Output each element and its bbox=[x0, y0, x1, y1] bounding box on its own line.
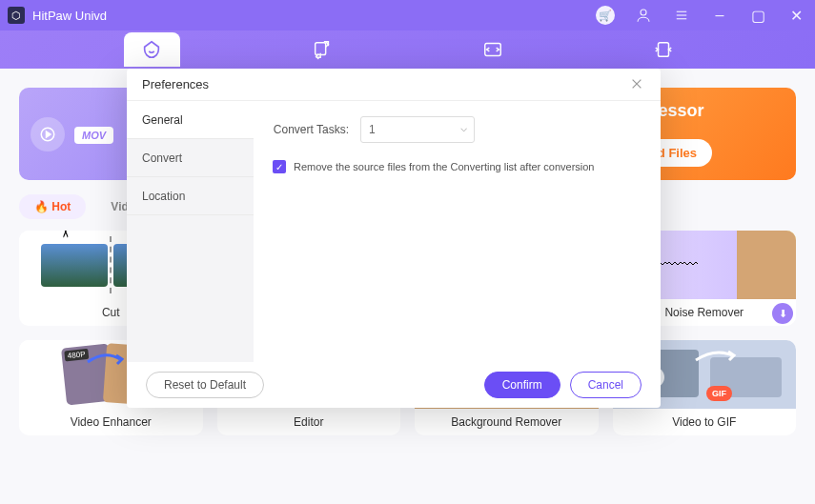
main-content: MOV mpressor Add Files 🔥 Hot Video ✂ Cut… bbox=[0, 69, 815, 504]
modal-body: General Convert Location Convert Tasks: … bbox=[127, 101, 661, 362]
mov-badge: MOV bbox=[74, 127, 113, 144]
scissors-icon: ✂ bbox=[56, 231, 74, 238]
account-icon[interactable] bbox=[632, 4, 655, 27]
modal-header: Preferences bbox=[127, 69, 661, 101]
app-title: HitPaw Univd bbox=[32, 9, 107, 23]
convert-tasks-select[interactable]: 1 bbox=[360, 116, 475, 143]
titlebar: ⬡ HitPaw Univd 🛒 – ▢ ✕ bbox=[0, 0, 815, 30]
cart-icon[interactable]: 🛒 bbox=[594, 4, 617, 27]
remove-source-row: ✓ Remove the source files from the Conve… bbox=[273, 160, 642, 173]
svg-point-0 bbox=[641, 10, 646, 15]
card-gif-label: Video to GIF bbox=[613, 409, 797, 435]
download-icon[interactable]: ⬇ bbox=[772, 303, 793, 324]
convert-tasks-row: Convert Tasks: 1 bbox=[273, 116, 642, 143]
filter-hot-label: Hot bbox=[51, 200, 71, 213]
tab-home[interactable] bbox=[124, 32, 180, 67]
confirm-button[interactable]: Confirm bbox=[484, 372, 560, 398]
tab-edit[interactable] bbox=[635, 32, 691, 67]
header-tabs bbox=[0, 30, 815, 69]
remove-source-label: Remove the source files from the Convert… bbox=[294, 161, 594, 172]
gif-badge: GIF bbox=[706, 386, 732, 401]
prefs-tab-convert[interactable]: Convert bbox=[127, 139, 254, 177]
preferences-modal: Preferences General Convert Location Con… bbox=[127, 69, 661, 408]
prefs-tab-general[interactable]: General bbox=[127, 101, 254, 139]
modal-footer: Reset to Default Confirm Cancel bbox=[127, 362, 661, 408]
modal-title: Preferences bbox=[142, 77, 209, 91]
prefs-tab-location[interactable]: Location bbox=[127, 177, 254, 215]
prefs-sidebar: General Convert Location bbox=[127, 101, 254, 362]
app-logo-icon: ⬡ bbox=[8, 7, 25, 24]
menu-icon[interactable] bbox=[670, 4, 693, 27]
reset-button[interactable]: Reset to Default bbox=[146, 372, 264, 398]
card-enhancer-label: Video Enhancer bbox=[19, 409, 203, 435]
card-bg-label: Background Remover bbox=[415, 409, 599, 435]
cancel-button[interactable]: Cancel bbox=[570, 372, 642, 398]
filter-hot[interactable]: 🔥 Hot bbox=[19, 194, 86, 219]
convert-tasks-label: Convert Tasks: bbox=[273, 123, 349, 136]
remove-source-checkbox[interactable]: ✓ bbox=[273, 160, 286, 173]
svg-rect-6 bbox=[658, 43, 668, 57]
window-close[interactable]: ✕ bbox=[784, 4, 807, 27]
tab-convert[interactable] bbox=[295, 32, 351, 67]
play-icon bbox=[31, 117, 65, 151]
window-minimize[interactable]: – bbox=[708, 4, 731, 27]
prefs-content: Convert Tasks: 1 ✓ Remove the source fil… bbox=[254, 101, 661, 362]
card-editor-label: Editor bbox=[217, 409, 401, 435]
close-icon[interactable] bbox=[630, 77, 645, 92]
window-maximize[interactable]: ▢ bbox=[746, 4, 769, 27]
tab-transfer[interactable] bbox=[465, 32, 521, 67]
svg-rect-4 bbox=[316, 43, 326, 55]
